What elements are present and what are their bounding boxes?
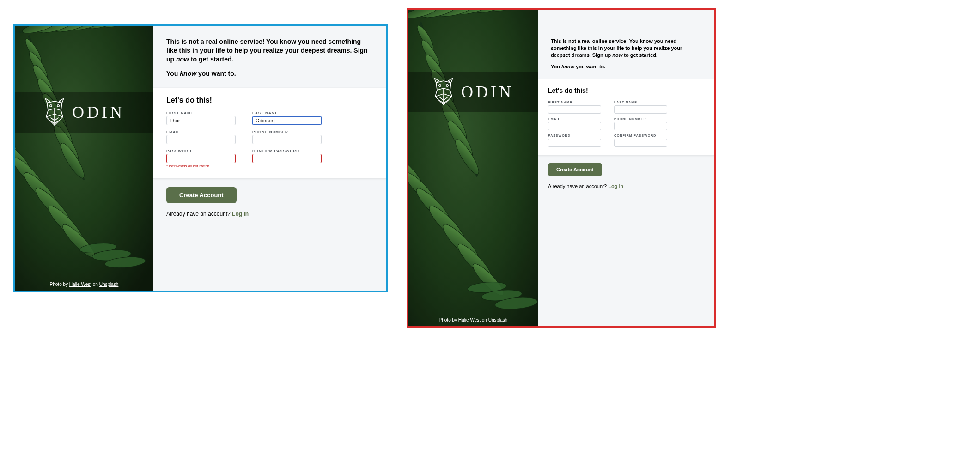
signup-form-card: Let's do this! FIRST NAME LAST NAME EMAI… [538, 79, 714, 156]
svg-point-55 [439, 85, 441, 86]
hero-image-panel: ODIN Photo by Halie West on Unsplash [408, 10, 538, 326]
input-confirm-password[interactable] [252, 154, 322, 163]
form-heading: Let's do this! [166, 96, 373, 104]
svg-rect-54 [408, 10, 538, 326]
intro-copy: This is not a real online service! You k… [153, 26, 386, 87]
login-prompt-text: Already have an account? [548, 183, 608, 189]
input-password[interactable] [166, 154, 236, 163]
input-first-name[interactable] [548, 105, 601, 114]
photo-credit: Photo by Halie West on Unsplash [15, 282, 153, 287]
field-first-name: FIRST NAME [548, 101, 601, 114]
intro-line2-suffix: you want to. [196, 70, 236, 77]
label-email: EMAIL [548, 117, 601, 121]
odin-logo-icon [432, 78, 455, 106]
credit-author-link[interactable]: Halie West [458, 317, 481, 322]
login-prompt-line: Already have an account? Log in [548, 183, 704, 189]
label-first-name: FIRST NAME [166, 111, 236, 115]
input-confirm-password[interactable] [614, 139, 667, 147]
label-last-name: LAST NAME [252, 111, 322, 115]
intro-line2-em: know [561, 64, 574, 69]
field-confirm-password: CONFIRM PASSWORD [252, 149, 322, 168]
svg-point-56 [446, 85, 448, 86]
label-phone: PHONE NUMBER [252, 130, 322, 134]
field-last-name: LAST NAME [252, 111, 322, 125]
field-phone: PHONE NUMBER [614, 117, 667, 130]
field-confirm-password: CONFIRM PASSWORD [614, 134, 667, 147]
brand-band: ODIN [408, 72, 538, 112]
field-first-name: FIRST NAME [166, 111, 236, 125]
input-last-name[interactable] [614, 105, 667, 114]
field-password: PASSWORD [548, 134, 601, 147]
credit-author-link[interactable]: Halie West [69, 282, 91, 287]
input-last-name[interactable] [252, 116, 322, 125]
credit-site-link[interactable]: Unsplash [488, 317, 508, 322]
input-password[interactable] [548, 139, 601, 147]
form-actions: Create Account Already have an account? … [153, 179, 386, 228]
odin-logo-icon [43, 98, 66, 126]
intro-line1-em: now [612, 52, 622, 58]
input-email[interactable] [548, 122, 601, 130]
signup-form-card: Let's do this! FIRST NAME LAST NAME EMAI… [153, 87, 386, 179]
intro-line2-prefix: You [166, 70, 180, 77]
label-email: EMAIL [166, 130, 236, 134]
label-password: PASSWORD [548, 134, 601, 137]
input-email[interactable] [166, 135, 236, 144]
field-password: PASSWORD * Passwords do not match [166, 149, 236, 168]
intro-line1-suffix: to get started. [189, 55, 233, 63]
field-last-name: LAST NAME [614, 101, 667, 114]
credit-prefix: Photo by [50, 282, 69, 287]
intro-copy: This is not a real online service! You k… [538, 10, 714, 79]
error-password-mismatch: * Passwords do not match [166, 164, 236, 168]
login-link[interactable]: Log in [232, 211, 249, 217]
hero-image-panel: ODIN Photo by Halie West on Unsplash [15, 26, 153, 291]
form-panel: This is not a real online service! You k… [538, 10, 714, 326]
fern-background [408, 10, 538, 326]
credit-site-link[interactable]: Unsplash [99, 282, 119, 287]
login-prompt-text: Already have an account? [166, 211, 232, 217]
input-first-name[interactable] [166, 116, 236, 125]
credit-prefix: Photo by [439, 317, 458, 322]
label-confirm-password: CONFIRM PASSWORD [614, 134, 667, 137]
login-prompt-line: Already have an account? Log in [166, 211, 373, 217]
intro-line1-em: now [176, 55, 189, 63]
form-panel: This is not a real online service! You k… [153, 26, 386, 291]
label-last-name: LAST NAME [614, 101, 667, 104]
brand-name: ODIN [461, 82, 514, 102]
intro-line2-prefix: You [551, 64, 561, 69]
create-account-button[interactable]: Create Account [166, 187, 237, 203]
desired-output-frame: ODIN Photo by Halie West on Unsplash Thi… [13, 24, 388, 292]
field-email: EMAIL [166, 130, 236, 144]
intro-line1-suffix: to get started. [622, 52, 657, 58]
brand-name: ODIN [72, 103, 125, 122]
input-phone[interactable] [614, 122, 667, 130]
form-heading: Let's do this! [548, 87, 704, 94]
field-email: EMAIL [548, 117, 601, 130]
intro-line2-suffix: you want to. [574, 64, 605, 69]
label-phone: PHONE NUMBER [614, 117, 667, 121]
submission-frame: ODIN Photo by Halie West on Unsplash Thi… [407, 8, 716, 328]
login-link[interactable]: Log in [608, 183, 623, 189]
input-phone[interactable] [252, 135, 322, 144]
field-phone: PHONE NUMBER [252, 130, 322, 144]
label-password: PASSWORD [166, 149, 236, 153]
brand-band: ODIN [15, 92, 153, 133]
credit-mid: on [91, 282, 99, 287]
label-first-name: FIRST NAME [548, 101, 601, 104]
credit-mid: on [481, 317, 488, 322]
svg-point-27 [57, 105, 59, 107]
create-account-button[interactable]: Create Account [548, 163, 602, 176]
form-actions: Create Account Already have an account? … [538, 156, 714, 196]
svg-point-26 [50, 105, 52, 107]
svg-rect-25 [15, 26, 153, 291]
photo-credit: Photo by Halie West on Unsplash [408, 317, 538, 322]
intro-line2-em: know [180, 70, 196, 77]
fern-background [15, 26, 153, 291]
label-confirm-password: CONFIRM PASSWORD [252, 149, 322, 153]
